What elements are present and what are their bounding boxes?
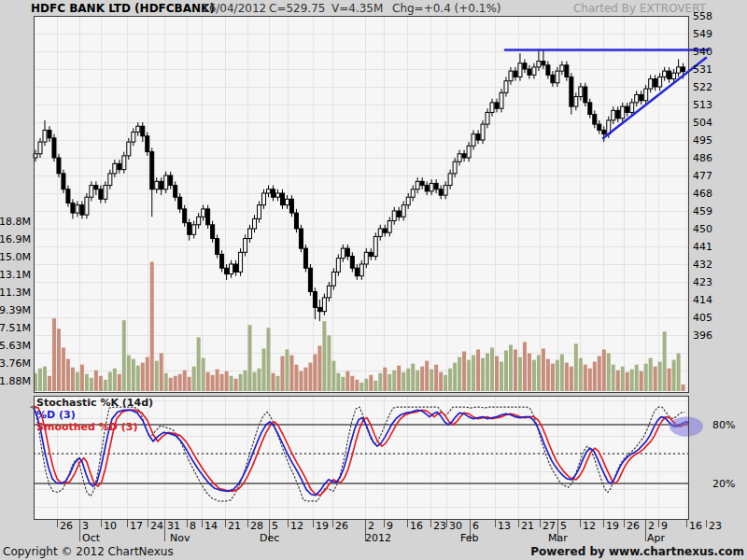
date-tick-label: 31: [167, 520, 180, 532]
date-tick-label: 26: [60, 520, 73, 532]
month-label: Mar: [548, 532, 568, 544]
stoch-legend-item: Stochastic %K (14d): [36, 397, 153, 409]
chart-canvas[interactable]: 5585495405315225135044954864774684594504…: [0, 0, 747, 560]
price-tick-label: 450: [693, 223, 712, 235]
date-tick-label: 3: [82, 520, 89, 532]
date-tick-label: 2: [368, 520, 374, 532]
stoch-legend-item: %D (3): [36, 409, 76, 421]
price-tick-label: 396: [693, 329, 712, 342]
price-tick-label: 477: [693, 170, 712, 182]
date-tick-label: 30: [449, 520, 462, 532]
price-tick-label: 540: [693, 46, 712, 58]
date-tick-label: 9: [387, 520, 393, 532]
date-tick-label: 28: [250, 520, 263, 532]
price-tick-label: 531: [693, 63, 712, 76]
month-label: Nov: [170, 532, 190, 544]
price-tick-label: 405: [693, 312, 712, 324]
date-tick-label: 8: [190, 520, 196, 532]
date-tick-label: 26: [627, 520, 640, 532]
date-tick-label: 19: [316, 520, 329, 532]
date-tick-label: 12: [583, 520, 596, 532]
powered-by-link[interactable]: Powered by www.chartnexus.com: [530, 545, 744, 558]
date-tick-label: 21: [521, 520, 534, 532]
volume-tick-label: 5.63M: [0, 340, 31, 352]
month-label: Feb: [460, 532, 478, 544]
volume-tick-label: 18.8M: [0, 216, 31, 228]
date-tick-label: 17: [130, 520, 143, 532]
month-label: Oct: [82, 532, 101, 544]
price-tick-label: 495: [693, 134, 712, 147]
date-tick-label: 23: [433, 520, 446, 532]
volume-tick-label: 9.39M: [0, 304, 31, 316]
date-tick-label: 27: [543, 520, 556, 532]
price-tick-label: 549: [693, 28, 712, 40]
price-tick-label: 522: [693, 81, 712, 93]
stoch-upper-level-label: 80%: [712, 419, 735, 431]
price-tick-label: 459: [693, 205, 712, 217]
date-tick-label: 5: [560, 520, 567, 532]
date-tick-label: 6: [472, 520, 479, 532]
chartnexus-window: HDFC BANK LTD (HDFCBANK) 16/04/2012 C=52…: [0, 0, 747, 560]
volume-tick-label: 11.3M: [0, 287, 31, 299]
price-tick-label: 414: [693, 294, 712, 306]
date-tick-label: 26: [335, 520, 348, 532]
month-label: Dec: [260, 532, 279, 544]
date-tick-label: 16: [689, 520, 702, 532]
date-tick-label: 9: [661, 520, 668, 532]
date-tick-label: 13: [498, 520, 511, 532]
date-tick-label: 5: [272, 520, 278, 532]
volume-tick-label: 3.76M: [0, 357, 31, 370]
stochastic-highlight-ellipse[interactable]: [669, 417, 703, 437]
stoch-legend-item: Smoothed %D (3): [36, 421, 137, 433]
price-tick-label: 504: [693, 117, 712, 129]
price-tick-label: 441: [693, 241, 712, 253]
date-tick-label: 10: [104, 520, 117, 532]
copyright-label: Copyright © 2012 ChartNexus: [3, 545, 174, 558]
price-tick-label: 423: [693, 276, 712, 288]
volume-tick-label: 15.0M: [0, 251, 31, 263]
date-tick-label: 14: [204, 520, 218, 532]
volume-tick-label: 1.88M: [0, 375, 31, 387]
date-tick-label: 23: [709, 520, 722, 532]
price-tick-label: 468: [693, 188, 712, 200]
date-tick-label: 12: [290, 520, 303, 532]
month-label: Apr: [647, 532, 666, 544]
volume-tick-label: 13.1M: [0, 269, 31, 281]
volume-tick-label: 16.9M: [0, 233, 31, 245]
date-axis: 2631017243181421285121926291623306132127…: [57, 520, 722, 544]
price-tick-label: 558: [693, 10, 712, 22]
date-tick-label: 21: [228, 520, 241, 532]
month-label: 2012: [365, 532, 391, 544]
price-tick-label: 513: [693, 99, 712, 111]
volume-tick-label: 7.51M: [0, 322, 31, 334]
price-tick-label: 486: [693, 152, 712, 164]
date-tick-label: 16: [410, 520, 423, 532]
date-tick-label: 19: [606, 520, 619, 532]
price-tick-label: 432: [693, 259, 712, 271]
stoch-lower-level-label: 20%: [712, 478, 735, 490]
date-tick-label: 24: [150, 520, 163, 532]
date-tick-label: 2: [648, 520, 655, 532]
